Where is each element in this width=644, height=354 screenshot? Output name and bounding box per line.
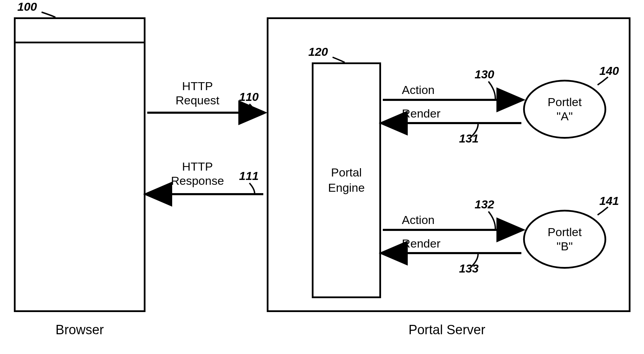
http-response-l1: HTTP — [182, 160, 213, 173]
render-b-label: Render — [402, 237, 441, 250]
browser-caption: Browser — [42, 322, 118, 337]
render-a-label: Render — [402, 107, 441, 120]
ref-131: 131 — [459, 132, 479, 145]
ref-141: 141 — [599, 194, 619, 208]
portal-engine-label: Portal Engine — [319, 165, 374, 195]
http-request-l1: HTTP — [182, 79, 213, 93]
portlet-a-ellipse: Portlet "A" — [523, 80, 606, 139]
render-b-text: Render — [402, 237, 441, 250]
http-response-label: HTTP Response — [159, 159, 236, 188]
ref-130: 130 — [475, 68, 494, 81]
ref-140: 140 — [599, 64, 619, 78]
portlet-a-label-1: Portlet — [548, 95, 582, 109]
ref-111: 111 — [239, 169, 259, 183]
portal-server-caption: Portal Server — [381, 322, 513, 337]
action-a-label: Action — [402, 83, 435, 97]
http-request-l2: Request — [176, 94, 220, 107]
http-request-label: HTTP Request — [163, 79, 232, 107]
action-b-label: Action — [402, 213, 435, 227]
action-b-text: Action — [402, 213, 435, 226]
portal-engine-text-1: Portal Engine — [328, 166, 365, 194]
portlet-b-ellipse: Portlet "B" — [523, 210, 606, 269]
portlet-b-label-1: Portlet — [548, 225, 582, 239]
action-a-text: Action — [402, 83, 435, 96]
render-a-text: Render — [402, 107, 441, 120]
browser-titlebar — [14, 17, 145, 43]
ref-120: 120 — [308, 45, 328, 59]
browser-box — [14, 17, 145, 312]
ref-132: 132 — [475, 198, 494, 211]
ref-110: 110 — [239, 90, 259, 104]
portlet-a-label-2: "A" — [557, 110, 573, 123]
ref-133: 133 — [459, 262, 479, 275]
ref-100: 100 — [17, 0, 37, 14]
http-response-l2: Response — [171, 174, 224, 187]
portlet-b-label-2: "B" — [557, 240, 573, 253]
